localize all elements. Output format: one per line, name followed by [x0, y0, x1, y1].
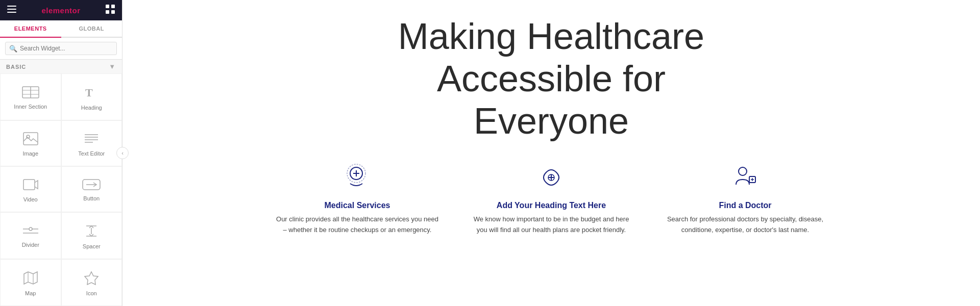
svg-text:T: T — [85, 86, 93, 99]
svg-point-38 — [739, 167, 747, 175]
svg-marker-30 — [85, 272, 98, 285]
widget-divider-label: Divider — [22, 242, 39, 248]
svg-rect-2 — [7, 12, 16, 13]
svg-rect-5 — [106, 10, 109, 14]
hamburger-icon[interactable] — [7, 6, 16, 15]
service-card-doctor: Find a Doctor Search for professional do… — [664, 162, 827, 236]
image-icon — [23, 132, 38, 147]
video-icon — [23, 178, 38, 193]
widget-inner-section[interactable]: Inner Section — [0, 73, 61, 120]
button-icon — [82, 179, 101, 192]
hero-line3: Everyone — [474, 100, 629, 141]
panel-collapse-button[interactable]: ‹ — [116, 147, 129, 159]
widget-spacer-label: Spacer — [83, 243, 101, 249]
widget-button[interactable]: Button — [61, 166, 122, 212]
service-card-heading: Add Your Heading Text Here We know how i… — [470, 162, 633, 236]
section-label: BASIC — [6, 64, 26, 70]
find-doctor-icon — [730, 162, 761, 195]
widget-divider[interactable]: Divider — [0, 212, 61, 259]
widget-icon[interactable]: Icon — [61, 259, 122, 306]
hero-line2: Accessible for — [437, 58, 666, 99]
left-panel: elementor ELEMENTS GLOBAL 🔍 — [0, 0, 122, 306]
collapse-icon[interactable]: ▼ — [109, 63, 116, 70]
svg-rect-18 — [23, 180, 35, 190]
widget-heading-label: Heading — [81, 105, 102, 111]
widget-button-label: Button — [83, 195, 100, 201]
widget-inner-section-label: Inner Section — [14, 104, 47, 110]
elementor-logo: elementor — [41, 6, 80, 15]
service-title-doctor: Find a Doctor — [719, 201, 771, 210]
widget-image-label: Image — [22, 150, 38, 157]
search-bar: 🔍 — [0, 38, 122, 60]
main-content: Making Healthcare Accessible for Everyon… — [122, 0, 980, 306]
service-desc-medical: Our clinic provides all the healthcare s… — [276, 214, 439, 236]
heading-icon: T — [84, 85, 99, 101]
widget-text-editor[interactable]: Text Editor — [61, 120, 122, 166]
widget-text-editor-label: Text Editor — [78, 150, 105, 157]
map-icon — [23, 271, 38, 287]
add-heading-icon — [536, 162, 567, 195]
services-row: Medical Services Our clinic provides all… — [153, 162, 949, 236]
service-desc-doctor: Search for professional doctors by speci… — [664, 214, 827, 236]
inner-section-icon — [22, 86, 39, 100]
service-title-medical: Medical Services — [325, 201, 390, 210]
top-bar: elementor — [0, 0, 122, 20]
service-title-heading: Add Your Heading Text Here — [497, 201, 606, 210]
widget-map[interactable]: Map — [0, 259, 61, 306]
tabs-bar: ELEMENTS GLOBAL — [0, 20, 122, 38]
tab-global[interactable]: GLOBAL — [61, 20, 122, 37]
svg-point-23 — [29, 227, 32, 231]
medical-services-icon — [342, 162, 373, 195]
left-panel-wrapper: elementor ELEMENTS GLOBAL 🔍 — [0, 0, 122, 306]
widget-map-label: Map — [25, 290, 36, 296]
widget-video[interactable]: Video — [0, 166, 61, 212]
tab-elements[interactable]: ELEMENTS — [0, 20, 61, 38]
svg-rect-6 — [111, 10, 115, 14]
hero-line1: Making Healthcare — [398, 16, 704, 57]
search-input[interactable] — [5, 42, 117, 55]
svg-rect-1 — [7, 9, 16, 10]
widget-spacer[interactable]: Spacer — [61, 212, 122, 259]
search-icon: 🔍 — [9, 45, 17, 53]
spacer-icon — [84, 224, 99, 240]
svg-rect-0 — [7, 6, 16, 7]
widget-heading[interactable]: T Heading — [61, 73, 122, 120]
widget-image[interactable]: Image — [0, 120, 61, 166]
svg-rect-4 — [111, 5, 115, 8]
svg-rect-3 — [106, 5, 109, 8]
widget-icon-label: Icon — [86, 290, 97, 296]
service-card-medical: Medical Services Our clinic provides all… — [276, 162, 439, 236]
apps-icon[interactable] — [106, 5, 115, 16]
widgets-grid: Inner Section T Heading — [0, 73, 122, 306]
service-desc-heading: We know how important to be in the budge… — [470, 214, 633, 236]
widget-video-label: Video — [23, 196, 38, 202]
divider-icon — [22, 225, 39, 239]
hero-title: Making Healthcare Accessible for Everyon… — [398, 15, 704, 142]
icon-widget-icon — [84, 271, 99, 287]
text-editor-icon — [84, 132, 99, 147]
section-header: BASIC ▼ — [0, 60, 122, 73]
